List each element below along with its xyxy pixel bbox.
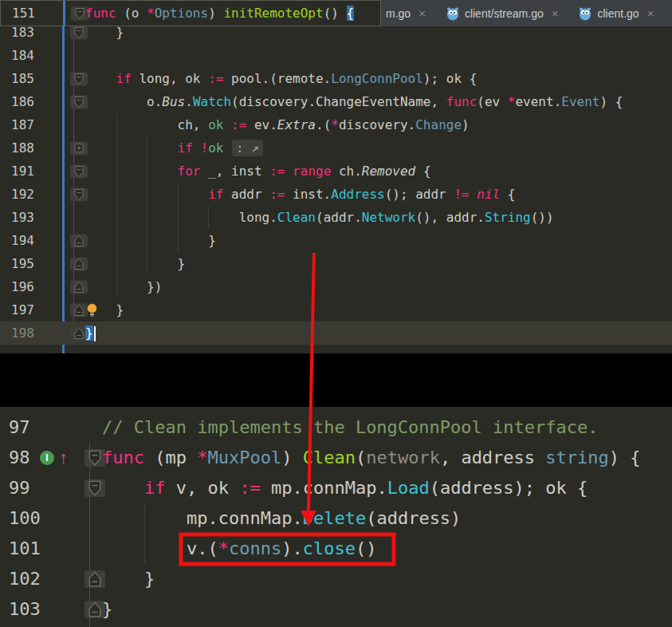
code-token[interactable]: ch. xyxy=(331,164,362,179)
code-token[interactable]: for xyxy=(178,164,201,179)
code-token[interactable]: ch, xyxy=(85,117,208,132)
gutter-line-number[interactable]: 184 xyxy=(11,44,34,67)
gutter-line-number[interactable]: 186 xyxy=(11,90,34,113)
code-text[interactable]: o.Bus.Watch(discovery.ChangeEventName, f… xyxy=(85,90,623,113)
code-token[interactable]: v.( xyxy=(102,538,218,558)
code-token[interactable]: := xyxy=(269,187,285,202)
code-line[interactable]: 183 } xyxy=(0,26,672,44)
code-line[interactable]: 99 if v, ok := mp.connMap.Load(address);… xyxy=(0,473,672,503)
code-token[interactable]: _, inst xyxy=(201,164,270,179)
code-token[interactable]: ()) xyxy=(531,210,554,225)
code-text[interactable]: } xyxy=(85,229,216,252)
code-text[interactable]: if !ok : ↗ xyxy=(85,136,263,160)
code-line[interactable]: 185 if long, ok := pool.(remote.LongConn… xyxy=(0,67,672,90)
sticky-line[interactable]: 151 func (o *Options) initRemoteOpt() { xyxy=(0,0,381,26)
code-line[interactable]: 97// Clean implements the LongConnPool i… xyxy=(0,412,672,443)
code-token[interactable]: range xyxy=(293,164,331,179)
code-token[interactable]: (address) xyxy=(366,508,461,528)
code-token[interactable]: * xyxy=(197,448,207,467)
code-token[interactable]: } xyxy=(85,256,185,271)
code-token[interactable]: () xyxy=(356,538,377,558)
code-token[interactable]: ev. xyxy=(246,117,277,132)
code-token[interactable]: { xyxy=(500,187,515,202)
code-token[interactable]: string xyxy=(545,448,608,467)
code-token[interactable]: } xyxy=(102,599,112,619)
code-line[interactable]: 103} xyxy=(0,594,672,625)
code-token[interactable] xyxy=(85,140,178,156)
gutter-line-number[interactable]: 103 xyxy=(9,594,41,625)
code-token[interactable]: Clean xyxy=(277,210,316,225)
code-text[interactable]: }) xyxy=(85,275,162,298)
code-token[interactable]: ! xyxy=(201,140,209,156)
code-text[interactable]: if v, ok := mp.connMap.Load(address); ok… xyxy=(102,473,588,503)
code-token[interactable]: func xyxy=(102,448,144,467)
code-line[interactable]: 101 v.(*conns).close() xyxy=(0,534,672,564)
code-line[interactable]: 100 mp.connMap.Delete(address) xyxy=(0,503,672,534)
code-token[interactable]: LongConnPool xyxy=(331,71,423,86)
gutter-line-number[interactable]: 188 xyxy=(11,136,34,160)
code-line[interactable]: 188 if !ok : ↗ xyxy=(0,136,672,160)
code-text[interactable]: v.(*conns).close() xyxy=(102,534,376,564)
code-token[interactable]: mp.connMap. xyxy=(102,508,303,528)
code-text[interactable]: if addr := inst.Address(); addr != nil { xyxy=(85,183,515,206)
code-token[interactable]: pool.(remote. xyxy=(223,71,331,86)
code-text[interactable]: } xyxy=(85,321,96,345)
code-token[interactable]: := xyxy=(239,478,261,498)
code-line[interactable]: 194 } xyxy=(0,229,672,252)
code-token[interactable]: : ↗ xyxy=(232,140,263,156)
code-token[interactable]: func xyxy=(85,6,116,21)
code-text[interactable]: } xyxy=(85,298,124,321)
code-token[interactable]: (); addr xyxy=(385,187,454,202)
code-line[interactable]: 186 o.Bus.Watch(discovery.ChangeEventNam… xyxy=(0,90,672,113)
override-up-arrow-icon[interactable]: ↑ xyxy=(59,449,68,467)
gutter-line-number[interactable]: 101 xyxy=(9,534,41,564)
code-token[interactable]: if xyxy=(116,71,132,86)
code-token[interactable]: ) xyxy=(462,117,470,132)
code-token[interactable]: Watch xyxy=(193,94,231,109)
code-token[interactable]: ) { xyxy=(609,448,641,467)
code-token[interactable]: * xyxy=(147,6,155,21)
tab[interactable]: client.go× xyxy=(579,6,654,21)
gutter-line-number[interactable]: 102 xyxy=(9,564,41,594)
code-token[interactable]: (ev xyxy=(477,94,508,109)
code-token[interactable]: ). xyxy=(281,538,303,558)
code-token[interactable]: conns xyxy=(229,538,281,558)
code-line[interactable]: 198} xyxy=(0,321,672,345)
code-token[interactable]: (discovery.ChangeEventName, xyxy=(231,94,446,109)
code-text[interactable]: func (mp *MuxPool) Clean(network, addres… xyxy=(102,443,641,473)
code-token[interactable]: { xyxy=(347,6,355,21)
code-token[interactable]: Network xyxy=(362,210,415,225)
code-line[interactable]: 98I↑func (mp *MuxPool) Clean(network, ad… xyxy=(0,443,672,473)
code-token[interactable]: addr xyxy=(223,187,269,202)
gutter-line-number[interactable]: 183 xyxy=(11,26,34,44)
code-token[interactable]: discovery. xyxy=(339,117,415,132)
code-token[interactable]: } xyxy=(85,302,124,317)
code-token[interactable]: := xyxy=(231,117,246,132)
code-token[interactable]: () xyxy=(324,6,347,21)
code-token[interactable] xyxy=(85,164,178,179)
code-token[interactable]: { xyxy=(415,164,430,179)
code-token[interactable]: Clean xyxy=(303,448,356,467)
code-token[interactable]: ok xyxy=(208,140,223,156)
code-token[interactable] xyxy=(102,478,144,498)
code-token[interactable]: (), addr. xyxy=(415,210,485,225)
code-line[interactable]: 195 } xyxy=(0,252,672,275)
gutter-line-number[interactable]: 193 xyxy=(11,206,34,229)
code-token[interactable]: } xyxy=(102,569,155,589)
code-token[interactable]: .( xyxy=(316,117,331,132)
tab[interactable]: client/stream.go× xyxy=(446,6,559,21)
code-token[interactable]: != xyxy=(454,187,469,202)
code-token[interactable]: Delete xyxy=(303,508,366,528)
code-token[interactable]: ( xyxy=(356,448,366,467)
code-line[interactable]: 184 xyxy=(0,44,672,67)
code-token[interactable]: (addr. xyxy=(316,210,362,225)
code-line[interactable]: 192 if addr := inst.Address(); addr != n… xyxy=(0,183,672,206)
code-text[interactable]: if long, ok := pool.(remote.LongConnPool… xyxy=(85,67,477,90)
code-text[interactable]: mp.connMap.Delete(address) xyxy=(102,503,461,534)
gutter-line-number[interactable]: 99 xyxy=(9,473,30,503)
code-token[interactable]: mp.connMap. xyxy=(261,478,387,498)
code-token[interactable] xyxy=(470,187,477,202)
gutter-line-number[interactable]: 195 xyxy=(11,252,34,275)
code-token[interactable]: Address xyxy=(331,187,384,202)
code-token[interactable]: ) xyxy=(208,6,223,21)
